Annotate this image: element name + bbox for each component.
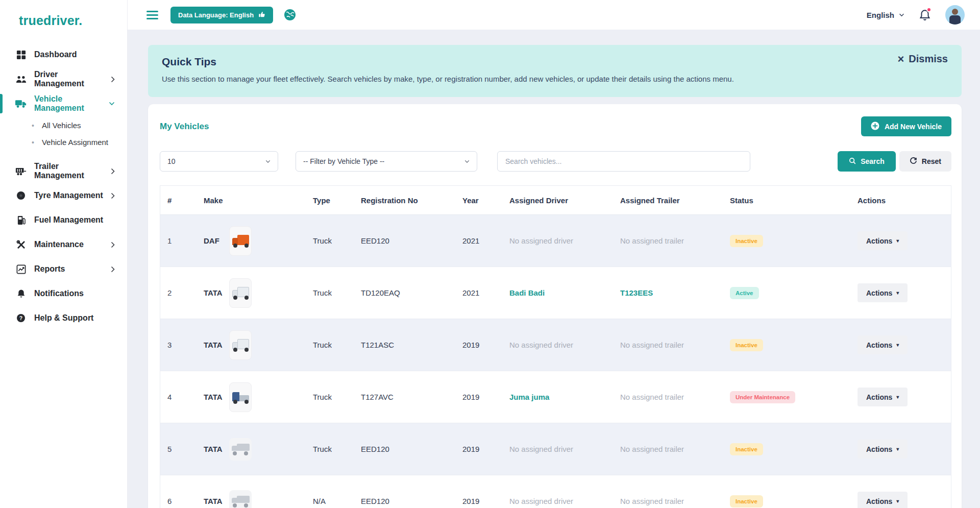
vehicle-type-filter-select[interactable]: -- Filter by Vehicle Type -- [296, 151, 477, 172]
vehicle-make: DAF [204, 236, 223, 245]
add-new-vehicle-button[interactable]: Add New Vehicle [861, 116, 951, 136]
actions-dropdown-button[interactable]: Actions▾ [857, 388, 908, 406]
vehicle-registration: EED120 [361, 497, 462, 505]
dashboard-icon [15, 50, 27, 60]
actions-dropdown-button[interactable]: Actions▾ [857, 440, 908, 458]
hamburger-menu-icon[interactable] [146, 9, 158, 21]
sidebar-item-label: Tyre Management [34, 191, 103, 200]
assigned-driver-link[interactable]: Badi Badi [509, 288, 620, 297]
chevron-right-icon [111, 76, 115, 83]
assigned-driver-link[interactable]: Juma juma [509, 393, 620, 401]
data-language-button[interactable]: Data Language: English [170, 7, 273, 23]
chevron-right-icon [111, 241, 115, 248]
reset-button[interactable]: Reset [899, 151, 951, 172]
sidebar-subitem-vehicle-assignment[interactable]: Vehicle Assignment [0, 134, 127, 151]
sidebar-item-reports[interactable]: Reports [0, 257, 127, 281]
row-index: 5 [160, 445, 204, 453]
vehicle-year: 2019 [462, 497, 509, 505]
truck-icon [15, 100, 27, 108]
actions-dropdown-button[interactable]: Actions▾ [857, 283, 908, 302]
chevron-right-icon [111, 192, 115, 199]
sidebar-item-label: Trailer Management [34, 162, 103, 180]
reports-chart-icon [15, 264, 27, 274]
col-header-make: Make [204, 196, 313, 205]
table-row: 2 TATA Truck TD120EAQ 2021 Badi Badi T12… [160, 267, 951, 319]
language-dropdown[interactable]: English [867, 11, 904, 19]
sidebar-item-driver-management[interactable]: Driver Management [0, 67, 127, 91]
user-avatar[interactable] [945, 5, 965, 25]
status-badge: Inactive [730, 235, 763, 247]
dismiss-button[interactable]: × Dismiss [897, 53, 948, 65]
fuel-icon [15, 215, 27, 225]
sidebar-item-label: Notifications [34, 289, 84, 298]
sidebar-item-trailer-management[interactable]: Trailer Management [0, 159, 127, 183]
globe-icon[interactable] [283, 8, 297, 21]
page-content: × Dismiss Quick Tips Use this section to… [128, 30, 980, 508]
add-new-vehicle-label: Add New Vehicle [885, 123, 942, 131]
vehicle-type: N/A [313, 497, 361, 505]
table-row: 4 TATA Truck T127AVC 2019 Juma juma No a… [160, 371, 951, 423]
caret-down-icon: ▾ [896, 394, 899, 400]
table-row: 5 TATA Truck EED120 2019 No assigned dri… [160, 423, 951, 475]
quick-tips-body: Use this section to manage your fleet ef… [162, 75, 948, 83]
caret-down-icon: ▾ [896, 498, 899, 504]
assigned-trailer-link[interactable]: T123EES [620, 288, 730, 297]
actions-dropdown-button[interactable]: Actions▾ [857, 231, 908, 250]
brand-logo: truedriver. [0, 0, 127, 28]
sidebar-item-vehicle-management[interactable]: Vehicle Management [0, 91, 127, 116]
sidebar-item-tyre-management[interactable]: Tyre Management [0, 183, 127, 208]
main-area: Data Language: English English [128, 0, 980, 508]
data-language-label: Data Language: English [178, 11, 254, 19]
vehicle-photo [229, 226, 252, 256]
col-header-actions: Actions [857, 196, 951, 205]
col-header-year: Year [462, 196, 509, 205]
assigned-driver: No assigned driver [509, 497, 620, 505]
vehicle-type: Truck [313, 341, 361, 349]
caret-down-icon: ▾ [896, 238, 899, 244]
row-index: 1 [160, 236, 204, 245]
sidebar-item-notifications[interactable]: Notifications [0, 281, 127, 306]
vehicles-table: # Make Type Registration No Year Assigne… [160, 185, 951, 508]
vehicle-registration: EED120 [361, 236, 462, 245]
vehicle-photo [229, 330, 252, 360]
sidebar-item-label: Dashboard [34, 50, 77, 59]
vehicle-management-submenu: All Vehicles Vehicle Assignment [0, 117, 127, 151]
help-icon: ? [15, 313, 27, 323]
table-header-row: # Make Type Registration No Year Assigne… [160, 186, 951, 215]
vehicle-type-filter-value: -- Filter by Vehicle Type -- [303, 157, 384, 165]
assigned-trailer: No assigned trailer [620, 341, 730, 349]
actions-dropdown-button[interactable]: Actions▾ [857, 335, 908, 354]
quick-tips-title: Quick Tips [162, 56, 948, 68]
chevron-right-icon [111, 266, 115, 273]
search-icon [849, 157, 856, 166]
actions-dropdown-button[interactable]: Actions▾ [857, 492, 908, 508]
sidebar-item-fuel-management[interactable]: Fuel Management [0, 208, 127, 232]
notification-badge-dot [926, 7, 932, 12]
plus-circle-icon [871, 122, 879, 132]
sidebar-item-label: Maintenance [34, 240, 84, 249]
chevron-down-icon [265, 160, 271, 163]
assigned-trailer: No assigned trailer [620, 236, 730, 245]
vehicle-type: Truck [313, 288, 361, 297]
avatar-torso [949, 15, 961, 25]
svg-text:?: ? [19, 315, 22, 321]
refresh-icon [910, 157, 917, 166]
caret-down-icon: ▾ [896, 290, 899, 296]
thumbs-up-icon [258, 11, 265, 19]
vehicle-registration: EED120 [361, 445, 462, 453]
search-button[interactable]: Search [838, 151, 896, 172]
table-row: 3 TATA Truck T121ASC 2019 No assigned dr… [160, 319, 951, 371]
sidebar-subitem-label: All Vehicles [42, 121, 81, 130]
sidebar-item-dashboard[interactable]: Dashboard [0, 42, 127, 67]
sidebar-subitem-all-vehicles[interactable]: All Vehicles [0, 117, 127, 134]
vehicle-year: 2019 [462, 341, 509, 349]
sidebar-item-maintenance[interactable]: Maintenance [0, 232, 127, 257]
vehicle-registration: T121ASC [361, 341, 462, 349]
assigned-trailer: No assigned trailer [620, 497, 730, 505]
sidebar-item-help-support[interactable]: ? Help & Support [0, 306, 127, 330]
search-input[interactable] [497, 151, 750, 172]
vehicle-photo [229, 278, 252, 308]
notifications-bell-icon[interactable] [919, 9, 931, 21]
assigned-driver: No assigned driver [509, 236, 620, 245]
page-size-select[interactable]: 10 [160, 151, 278, 172]
